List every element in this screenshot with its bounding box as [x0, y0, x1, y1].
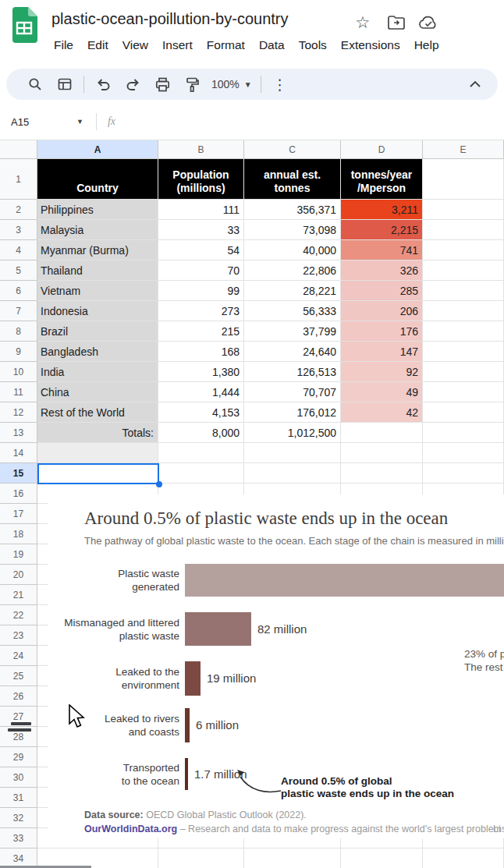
row-header-18[interactable]: 18: [0, 524, 37, 544]
cell-B2[interactable]: 111: [158, 200, 244, 220]
cell-A6[interactable]: Vietnam: [37, 281, 158, 301]
cell-D8[interactable]: 176: [341, 321, 423, 342]
cell-B3[interactable]: 33: [158, 220, 244, 240]
row-header-6[interactable]: 6: [0, 281, 37, 301]
row-header-30[interactable]: 30: [0, 767, 37, 788]
row-header-23[interactable]: 23: [0, 625, 37, 646]
cell-E11[interactable]: [423, 382, 504, 402]
row-header-14[interactable]: 14: [0, 443, 37, 463]
cell-A11[interactable]: China: [37, 382, 158, 402]
column-header-E[interactable]: E: [423, 140, 504, 159]
cell-A2[interactable]: Philippines: [37, 200, 158, 220]
row-header-3[interactable]: 3: [0, 220, 37, 240]
row-header-10[interactable]: 10: [0, 362, 37, 382]
select-all-corner[interactable]: [0, 140, 37, 159]
menus-icon[interactable]: [53, 73, 76, 96]
cell-B5[interactable]: 70: [158, 260, 244, 281]
cell-E6[interactable]: [423, 281, 504, 301]
hidden-rows-mark[interactable]: [11, 722, 31, 725]
cell-A14[interactable]: [37, 443, 158, 463]
zoom-control[interactable]: 100% ▼: [211, 78, 252, 90]
cell-E7[interactable]: [423, 301, 504, 321]
cell-D6[interactable]: 285: [341, 281, 423, 301]
cell-E8[interactable]: [423, 321, 504, 342]
cell-A9[interactable]: Bangladesh: [37, 342, 158, 362]
row-header-22[interactable]: 22: [0, 605, 37, 625]
cell-B6[interactable]: 99: [158, 281, 244, 301]
collapse-toolbar-icon[interactable]: [463, 73, 487, 96]
cell-D12[interactable]: 42: [341, 402, 423, 423]
cell-A8[interactable]: Brazil: [37, 321, 158, 342]
row-header-19[interactable]: 19: [0, 544, 37, 565]
menu-data[interactable]: Data: [252, 36, 292, 55]
document-title[interactable]: plastic-ocean-poillution-by-country: [51, 10, 288, 28]
cell-B13[interactable]: 8,000: [158, 423, 244, 443]
row-header-26[interactable]: 26: [0, 686, 37, 707]
star-icon[interactable]: ☆: [353, 12, 373, 33]
cell-A10[interactable]: India: [37, 362, 158, 382]
row-header-4[interactable]: 4: [0, 240, 37, 260]
embedded-chart-image[interactable]: Around 0.5% of plastic waste ends up in …: [48, 494, 504, 838]
cell-C12[interactable]: 176,012: [244, 402, 341, 423]
cell-C1[interactable]: annual est.tonnes: [244, 159, 341, 200]
cell-E2[interactable]: [423, 200, 504, 220]
row-header-24[interactable]: 24: [0, 646, 37, 666]
menu-tools[interactable]: Tools: [292, 36, 334, 55]
row-header-31[interactable]: 31: [0, 788, 37, 808]
row-header-5[interactable]: 5: [0, 260, 37, 281]
cell-A1[interactable]: Country: [37, 159, 158, 200]
row-header-1[interactable]: 1: [0, 159, 37, 200]
cell-B8[interactable]: 215: [158, 321, 244, 342]
name-box[interactable]: A15: [0, 116, 76, 128]
search-icon[interactable]: [23, 73, 47, 96]
more-options-icon[interactable]: ⋮: [268, 73, 292, 96]
menu-insert[interactable]: Insert: [155, 36, 200, 55]
row-header-20[interactable]: 20: [0, 565, 37, 585]
cell-A13[interactable]: Totals:: [37, 423, 158, 443]
cell-B12[interactable]: 4,153: [158, 402, 244, 423]
row-header-25[interactable]: 25: [0, 666, 37, 686]
move-folder-icon[interactable]: [386, 12, 406, 33]
cell-C15[interactable]: [244, 463, 341, 484]
row-header-17[interactable]: 17: [0, 504, 37, 524]
row-header-2[interactable]: 2: [0, 200, 37, 220]
cell-E9[interactable]: [423, 342, 504, 362]
column-header-A[interactable]: A: [37, 140, 158, 159]
cell-B7[interactable]: 273: [158, 301, 244, 321]
cell-E5[interactable]: [423, 260, 504, 281]
cell-A7[interactable]: Indonesia: [37, 301, 158, 321]
row-header-29[interactable]: 29: [0, 747, 37, 767]
undo-icon[interactable]: [91, 73, 115, 96]
name-box-caret-icon[interactable]: ▼: [76, 118, 83, 126]
cell-D15[interactable]: [341, 463, 423, 484]
cell-E34[interactable]: [423, 849, 504, 868]
cell-C5[interactable]: 22,806: [244, 260, 341, 281]
cell-A5[interactable]: Thailand: [37, 260, 158, 281]
row-header-11[interactable]: 11: [0, 382, 37, 402]
row-header-9[interactable]: 9: [0, 342, 37, 362]
cell-A3[interactable]: Malaysia: [37, 220, 158, 240]
cell-D2[interactable]: 3,211: [341, 200, 423, 220]
paint-format-icon[interactable]: [180, 73, 204, 96]
cell-D9[interactable]: 147: [341, 342, 423, 362]
cell-D11[interactable]: 49: [341, 382, 423, 402]
cell-A4[interactable]: Myanmar (Burma): [37, 240, 158, 260]
hidden-rows-mark[interactable]: [8, 728, 31, 732]
column-header-C[interactable]: C: [244, 140, 341, 159]
cell-B34[interactable]: [158, 849, 244, 868]
sheets-logo-icon[interactable]: [11, 7, 37, 43]
cell-E3[interactable]: [423, 220, 504, 240]
cell-B14[interactable]: [158, 443, 244, 463]
cell-C9[interactable]: 24,640: [244, 342, 341, 362]
cloud-status-icon[interactable]: [418, 12, 438, 33]
cell-D5[interactable]: 326: [341, 260, 423, 281]
row-header-8[interactable]: 8: [0, 321, 37, 342]
cell-D7[interactable]: 206: [341, 301, 423, 321]
row-header-13[interactable]: 13: [0, 423, 37, 443]
cell-C13[interactable]: 1,012,500: [244, 423, 341, 443]
cell-C6[interactable]: 28,221: [244, 281, 341, 301]
cell-B4[interactable]: 54: [158, 240, 244, 260]
cell-B1[interactable]: Population(millions): [158, 159, 244, 200]
row-header-7[interactable]: 7: [0, 301, 37, 321]
cell-E14[interactable]: [423, 443, 504, 463]
